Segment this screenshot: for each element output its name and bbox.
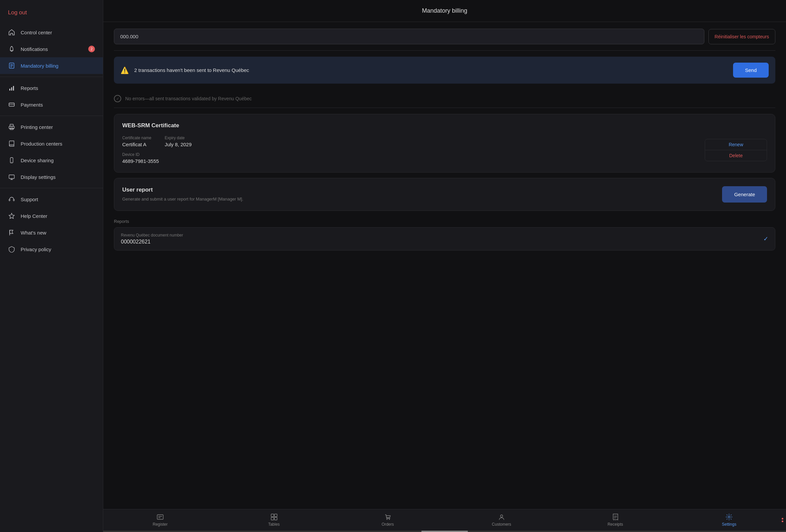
sidebar-item-label: Payments bbox=[21, 102, 43, 108]
bottom-nav-tables[interactable]: Tables bbox=[217, 509, 331, 531]
bottom-nav: Register Tables bbox=[103, 509, 786, 531]
sidebar: Log out Control center bbox=[0, 0, 103, 532]
doc-number-label: Revenu Québec document number bbox=[121, 233, 183, 237]
reset-counters-button[interactable]: Réinitialiser les compteurs bbox=[709, 29, 775, 44]
sidebar-item-whats-new[interactable]: What's new bbox=[0, 224, 103, 241]
sidebar-item-reports[interactable]: Reports bbox=[0, 79, 103, 96]
print-icon bbox=[8, 123, 15, 131]
bottom-nav-label: Orders bbox=[382, 522, 394, 527]
sidebar-item-label: Production centers bbox=[21, 141, 62, 146]
svg-rect-15 bbox=[9, 199, 10, 201]
sidebar-item-printing-center[interactable]: Printing center bbox=[0, 119, 103, 135]
certificate-card: WEB-SRM Certificate Certificate name Cer… bbox=[114, 114, 775, 172]
svg-point-25 bbox=[728, 516, 730, 518]
checkmark-icon: ✓ bbox=[114, 95, 121, 102]
generate-button[interactable]: Generate bbox=[722, 186, 767, 203]
svg-rect-9 bbox=[10, 124, 13, 126]
orders-icon bbox=[384, 513, 391, 521]
receipt-icon bbox=[8, 62, 15, 69]
bottom-nav-register[interactable]: Register bbox=[103, 509, 217, 531]
svg-point-13 bbox=[11, 162, 12, 163]
doc-number-value: 0000022621 bbox=[121, 239, 183, 245]
privacy-icon bbox=[8, 246, 15, 253]
sidebar-item-payments[interactable]: Payments bbox=[0, 96, 103, 113]
sidebar-item-support[interactable]: Support bbox=[0, 191, 103, 208]
settings-icon bbox=[725, 513, 733, 521]
counter-input[interactable] bbox=[114, 29, 704, 44]
user-report-info: User report Generate and submit a user r… bbox=[122, 187, 715, 203]
user-report-description: Generate and submit a user report for Ma… bbox=[122, 196, 715, 203]
svg-point-24 bbox=[500, 515, 503, 517]
certificate-actions: Renew Delete bbox=[705, 139, 767, 161]
expiry-field: Expiry date July 8, 2029 bbox=[164, 136, 191, 147]
sidebar-item-label: Support bbox=[21, 196, 38, 202]
bottom-nav-receipts[interactable]: Receipts bbox=[558, 509, 672, 531]
svg-rect-4 bbox=[9, 89, 10, 91]
sidebar-item-device-sharing[interactable]: Device sharing bbox=[0, 152, 103, 168]
main-content: Réinitialiser les compteurs ⚠️ 2 transac… bbox=[103, 22, 786, 509]
document-row: Revenu Québec document number 0000022621… bbox=[114, 227, 775, 251]
send-button[interactable]: Send bbox=[733, 63, 769, 77]
sidebar-item-notifications[interactable]: Notifications 2 bbox=[0, 41, 103, 57]
alert-text: 2 transactions haven't been sent to Reve… bbox=[134, 67, 728, 73]
sidebar-item-display-settings[interactable]: Display settings bbox=[0, 168, 103, 185]
expiry-label: Expiry date bbox=[164, 136, 191, 140]
bell-icon bbox=[8, 45, 15, 53]
sidebar-item-privacy-policy[interactable]: Privacy policy bbox=[0, 241, 103, 257]
sidebar-item-control-center[interactable]: Control center bbox=[0, 24, 103, 41]
page-title: Mandatory billing bbox=[103, 0, 786, 22]
chart-icon bbox=[8, 84, 15, 92]
reports-section: Reports Revenu Québec document number 00… bbox=[114, 216, 775, 251]
register-icon bbox=[157, 513, 164, 521]
renew-button[interactable]: Renew bbox=[705, 139, 767, 150]
svg-point-23 bbox=[389, 519, 390, 520]
bottom-nav-customers[interactable]: Customers bbox=[445, 509, 558, 531]
bottom-nav-settings[interactable]: Settings bbox=[672, 509, 786, 531]
svg-rect-17 bbox=[157, 515, 163, 519]
alert-box: ⚠️ 2 transactions haven't been sent to R… bbox=[114, 56, 775, 84]
scroll-indicator bbox=[103, 531, 786, 532]
counter-row: Réinitialiser les compteurs bbox=[114, 22, 775, 51]
svg-rect-6 bbox=[13, 86, 14, 91]
svg-point-22 bbox=[387, 519, 388, 520]
sidebar-item-label: Printing center bbox=[21, 124, 53, 130]
cert-name-label: Certificate name bbox=[122, 136, 151, 140]
validation-text: No errors—all sent transactions validate… bbox=[125, 96, 252, 101]
device-id-field: Device ID 4689-7981-3555 bbox=[122, 152, 705, 164]
phone-icon bbox=[8, 157, 15, 164]
sidebar-item-help-center[interactable]: Help Center bbox=[0, 208, 103, 224]
sidebar-item-mandatory-billing[interactable]: Mandatory billing bbox=[0, 57, 103, 74]
book-icon bbox=[8, 140, 15, 147]
display-icon bbox=[8, 173, 15, 181]
bottom-nav-orders[interactable]: Orders bbox=[331, 509, 445, 531]
sidebar-item-label: Help Center bbox=[21, 213, 47, 219]
bottom-nav-label: Tables bbox=[268, 522, 280, 527]
scroll-bar bbox=[421, 531, 468, 532]
certificate-title: WEB-SRM Certificate bbox=[122, 122, 767, 129]
sidebar-item-label: Mandatory billing bbox=[21, 63, 58, 69]
user-report-title: User report bbox=[122, 187, 715, 193]
delete-button[interactable]: Delete bbox=[705, 150, 767, 161]
payment-icon bbox=[8, 101, 15, 108]
sidebar-item-production-centers[interactable]: Production centers bbox=[0, 135, 103, 152]
flag-icon bbox=[8, 229, 15, 236]
reports-section-label: Reports bbox=[114, 216, 775, 224]
svg-rect-19 bbox=[274, 514, 277, 517]
sidebar-item-label: What's new bbox=[21, 230, 46, 235]
svg-rect-18 bbox=[271, 514, 274, 517]
doc-number-field: Revenu Québec document number 0000022621 bbox=[121, 233, 183, 245]
svg-rect-14 bbox=[9, 175, 14, 179]
cert-name-value: Certificat A bbox=[122, 142, 146, 147]
doc-check-icon: ✓ bbox=[763, 235, 768, 242]
svg-rect-5 bbox=[11, 87, 12, 91]
bottom-nav-dots bbox=[782, 518, 783, 522]
sidebar-item-label: Control center bbox=[21, 30, 52, 35]
logout-button[interactable]: Log out bbox=[8, 9, 27, 16]
validation-row: ✓ No errors—all sent transactions valida… bbox=[114, 90, 775, 108]
sidebar-nav: Control center Notifications 2 bbox=[0, 23, 103, 532]
customers-icon bbox=[498, 513, 505, 521]
sidebar-item-label: Display settings bbox=[21, 174, 55, 180]
svg-rect-2 bbox=[10, 66, 13, 66]
sidebar-item-label: Notifications bbox=[21, 46, 48, 52]
home-icon bbox=[8, 29, 15, 36]
